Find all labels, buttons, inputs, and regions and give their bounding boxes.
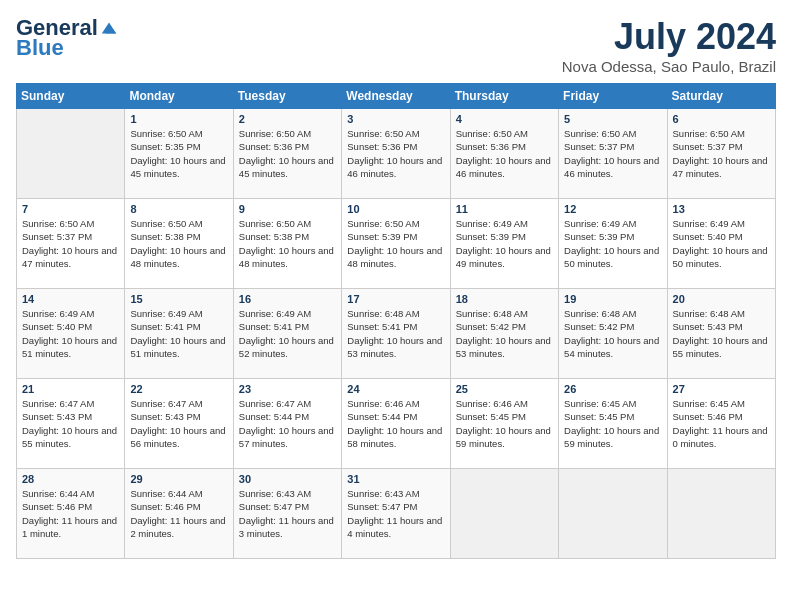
calendar-cell [559,469,667,559]
header-saturday: Saturday [667,84,775,109]
day-number: 27 [673,383,770,395]
calendar-cell: 14Sunrise: 6:49 AMSunset: 5:40 PMDayligh… [17,289,125,379]
calendar-cell: 19Sunrise: 6:48 AMSunset: 5:42 PMDayligh… [559,289,667,379]
calendar-cell: 28Sunrise: 6:44 AMSunset: 5:46 PMDayligh… [17,469,125,559]
cell-info: Sunrise: 6:50 AMSunset: 5:36 PMDaylight:… [347,127,444,180]
cell-info: Sunrise: 6:49 AMSunset: 5:40 PMDaylight:… [22,307,119,360]
calendar-week-row: 14Sunrise: 6:49 AMSunset: 5:40 PMDayligh… [17,289,776,379]
cell-info: Sunrise: 6:50 AMSunset: 5:37 PMDaylight:… [564,127,661,180]
calendar-cell: 1Sunrise: 6:50 AMSunset: 5:35 PMDaylight… [125,109,233,199]
calendar-cell: 15Sunrise: 6:49 AMSunset: 5:41 PMDayligh… [125,289,233,379]
cell-info: Sunrise: 6:43 AMSunset: 5:47 PMDaylight:… [239,487,336,540]
calendar-cell: 23Sunrise: 6:47 AMSunset: 5:44 PMDayligh… [233,379,341,469]
header-sunday: Sunday [17,84,125,109]
day-number: 20 [673,293,770,305]
day-number: 7 [22,203,119,215]
cell-info: Sunrise: 6:50 AMSunset: 5:36 PMDaylight:… [456,127,553,180]
cell-info: Sunrise: 6:48 AMSunset: 5:41 PMDaylight:… [347,307,444,360]
calendar-cell: 16Sunrise: 6:49 AMSunset: 5:41 PMDayligh… [233,289,341,379]
calendar-cell: 22Sunrise: 6:47 AMSunset: 5:43 PMDayligh… [125,379,233,469]
day-number: 6 [673,113,770,125]
cell-info: Sunrise: 6:45 AMSunset: 5:46 PMDaylight:… [673,397,770,450]
calendar-cell: 4Sunrise: 6:50 AMSunset: 5:36 PMDaylight… [450,109,558,199]
cell-info: Sunrise: 6:50 AMSunset: 5:39 PMDaylight:… [347,217,444,270]
cell-info: Sunrise: 6:43 AMSunset: 5:47 PMDaylight:… [347,487,444,540]
calendar-cell: 3Sunrise: 6:50 AMSunset: 5:36 PMDaylight… [342,109,450,199]
logo: General Blue [16,16,118,60]
calendar-cell: 13Sunrise: 6:49 AMSunset: 5:40 PMDayligh… [667,199,775,289]
calendar-cell [667,469,775,559]
day-number: 22 [130,383,227,395]
cell-info: Sunrise: 6:50 AMSunset: 5:38 PMDaylight:… [130,217,227,270]
calendar-cell: 9Sunrise: 6:50 AMSunset: 5:38 PMDaylight… [233,199,341,289]
cell-info: Sunrise: 6:48 AMSunset: 5:43 PMDaylight:… [673,307,770,360]
page-header: General Blue July 2024 Nova Odessa, Sao … [16,16,776,75]
cell-info: Sunrise: 6:48 AMSunset: 5:42 PMDaylight:… [564,307,661,360]
location: Nova Odessa, Sao Paulo, Brazil [562,58,776,75]
day-number: 14 [22,293,119,305]
cell-info: Sunrise: 6:45 AMSunset: 5:45 PMDaylight:… [564,397,661,450]
cell-info: Sunrise: 6:49 AMSunset: 5:39 PMDaylight:… [456,217,553,270]
day-number: 21 [22,383,119,395]
header-tuesday: Tuesday [233,84,341,109]
calendar-cell [450,469,558,559]
calendar-table: SundayMondayTuesdayWednesdayThursdayFrid… [16,83,776,559]
calendar-cell: 17Sunrise: 6:48 AMSunset: 5:41 PMDayligh… [342,289,450,379]
day-number: 5 [564,113,661,125]
cell-info: Sunrise: 6:49 AMSunset: 5:39 PMDaylight:… [564,217,661,270]
calendar-cell [17,109,125,199]
header-thursday: Thursday [450,84,558,109]
day-number: 4 [456,113,553,125]
day-number: 13 [673,203,770,215]
cell-info: Sunrise: 6:49 AMSunset: 5:41 PMDaylight:… [239,307,336,360]
calendar-cell: 10Sunrise: 6:50 AMSunset: 5:39 PMDayligh… [342,199,450,289]
cell-info: Sunrise: 6:49 AMSunset: 5:40 PMDaylight:… [673,217,770,270]
calendar-cell: 21Sunrise: 6:47 AMSunset: 5:43 PMDayligh… [17,379,125,469]
day-number: 19 [564,293,661,305]
title-area: July 2024 Nova Odessa, Sao Paulo, Brazil [562,16,776,75]
calendar-week-row: 7Sunrise: 6:50 AMSunset: 5:37 PMDaylight… [17,199,776,289]
day-number: 3 [347,113,444,125]
calendar-week-row: 1Sunrise: 6:50 AMSunset: 5:35 PMDaylight… [17,109,776,199]
day-number: 29 [130,473,227,485]
calendar-cell: 7Sunrise: 6:50 AMSunset: 5:37 PMDaylight… [17,199,125,289]
day-number: 11 [456,203,553,215]
logo-icon [100,19,118,37]
calendar-header-row: SundayMondayTuesdayWednesdayThursdayFrid… [17,84,776,109]
calendar-cell: 18Sunrise: 6:48 AMSunset: 5:42 PMDayligh… [450,289,558,379]
cell-info: Sunrise: 6:50 AMSunset: 5:37 PMDaylight:… [673,127,770,180]
day-number: 31 [347,473,444,485]
day-number: 8 [130,203,227,215]
header-wednesday: Wednesday [342,84,450,109]
day-number: 23 [239,383,336,395]
calendar-cell: 24Sunrise: 6:46 AMSunset: 5:44 PMDayligh… [342,379,450,469]
cell-info: Sunrise: 6:46 AMSunset: 5:44 PMDaylight:… [347,397,444,450]
cell-info: Sunrise: 6:49 AMSunset: 5:41 PMDaylight:… [130,307,227,360]
day-number: 17 [347,293,444,305]
day-number: 2 [239,113,336,125]
day-number: 10 [347,203,444,215]
header-friday: Friday [559,84,667,109]
calendar-cell: 29Sunrise: 6:44 AMSunset: 5:46 PMDayligh… [125,469,233,559]
cell-info: Sunrise: 6:44 AMSunset: 5:46 PMDaylight:… [22,487,119,540]
calendar-cell: 25Sunrise: 6:46 AMSunset: 5:45 PMDayligh… [450,379,558,469]
day-number: 9 [239,203,336,215]
cell-info: Sunrise: 6:48 AMSunset: 5:42 PMDaylight:… [456,307,553,360]
cell-info: Sunrise: 6:50 AMSunset: 5:36 PMDaylight:… [239,127,336,180]
calendar-cell: 27Sunrise: 6:45 AMSunset: 5:46 PMDayligh… [667,379,775,469]
cell-info: Sunrise: 6:46 AMSunset: 5:45 PMDaylight:… [456,397,553,450]
cell-info: Sunrise: 6:50 AMSunset: 5:38 PMDaylight:… [239,217,336,270]
calendar-cell: 11Sunrise: 6:49 AMSunset: 5:39 PMDayligh… [450,199,558,289]
cell-info: Sunrise: 6:44 AMSunset: 5:46 PMDaylight:… [130,487,227,540]
calendar-cell: 12Sunrise: 6:49 AMSunset: 5:39 PMDayligh… [559,199,667,289]
calendar-cell: 2Sunrise: 6:50 AMSunset: 5:36 PMDaylight… [233,109,341,199]
day-number: 12 [564,203,661,215]
calendar-cell: 26Sunrise: 6:45 AMSunset: 5:45 PMDayligh… [559,379,667,469]
calendar-week-row: 21Sunrise: 6:47 AMSunset: 5:43 PMDayligh… [17,379,776,469]
cell-info: Sunrise: 6:47 AMSunset: 5:43 PMDaylight:… [22,397,119,450]
day-number: 24 [347,383,444,395]
cell-info: Sunrise: 6:47 AMSunset: 5:44 PMDaylight:… [239,397,336,450]
cell-info: Sunrise: 6:50 AMSunset: 5:35 PMDaylight:… [130,127,227,180]
calendar-cell: 20Sunrise: 6:48 AMSunset: 5:43 PMDayligh… [667,289,775,379]
day-number: 15 [130,293,227,305]
